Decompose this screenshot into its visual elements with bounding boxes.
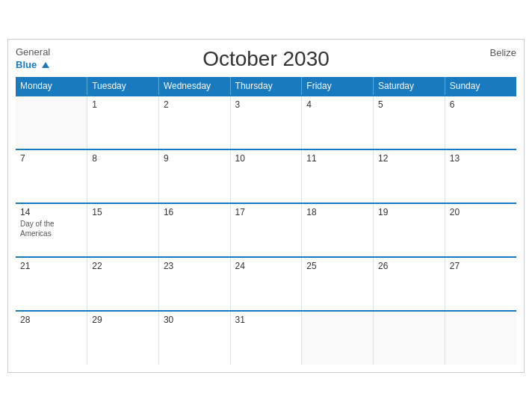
day-number: 11	[306, 153, 368, 164]
day-cell: 20	[445, 203, 516, 257]
calendar-header: General Blue October 2030 Belize	[16, 47, 516, 71]
day-cell: 2	[158, 96, 230, 149]
country-label: Belize	[490, 47, 516, 58]
day-cell	[374, 311, 445, 365]
col-tuesday: Tuesday	[87, 77, 159, 96]
day-number: 12	[378, 153, 440, 164]
day-number: 27	[450, 261, 512, 271]
day-cell: 23	[158, 257, 230, 311]
col-wednesday: Wednesday	[158, 77, 230, 96]
day-cell: 9	[158, 149, 230, 203]
day-cell: 8	[87, 149, 159, 203]
day-number: 5	[378, 99, 440, 110]
day-cell: 6	[445, 96, 516, 149]
day-cell: 11	[302, 149, 374, 203]
weekday-header-row: Monday Tuesday Wednesday Thursday Friday…	[16, 77, 516, 96]
day-cell: 30	[158, 311, 230, 365]
week-row-2: 78910111213	[16, 149, 516, 203]
day-cell: 17	[230, 203, 302, 257]
day-number: 24	[235, 261, 297, 271]
day-number: 16	[164, 207, 226, 217]
day-number: 18	[306, 207, 368, 217]
day-number: 26	[378, 261, 440, 271]
day-cell: 15	[87, 203, 159, 257]
day-cell: 5	[374, 96, 445, 149]
day-number: 2	[164, 99, 226, 110]
day-number: 20	[450, 207, 512, 217]
day-number: 22	[92, 261, 154, 271]
brand-blue-row: Blue	[16, 58, 49, 71]
brand-triangle-icon	[42, 62, 49, 68]
day-cell: 14Day of the Americas	[16, 203, 87, 257]
day-cell: 19	[374, 203, 445, 257]
day-cell: 7	[16, 149, 87, 203]
day-cell	[445, 311, 516, 365]
day-number: 14	[20, 207, 82, 217]
calendar-title: October 2030	[16, 47, 516, 71]
day-number: 10	[235, 153, 297, 164]
calendar-body: 1234567891011121314Day of the Americas15…	[16, 96, 516, 365]
day-number: 17	[235, 207, 297, 217]
day-number: 29	[92, 315, 154, 325]
day-number: 30	[164, 315, 226, 325]
brand-logo: General Blue	[16, 47, 50, 71]
day-number: 31	[235, 315, 297, 325]
day-cell: 26	[374, 257, 445, 311]
day-cell: 1	[87, 96, 159, 149]
calendar-table: Monday Tuesday Wednesday Thursday Friday…	[16, 77, 516, 365]
day-cell	[16, 96, 87, 149]
col-saturday: Saturday	[374, 77, 445, 96]
brand-general-text: General	[16, 47, 50, 58]
day-number: 3	[235, 99, 297, 110]
day-cell: 25	[302, 257, 374, 311]
day-cell: 24	[230, 257, 302, 311]
col-monday: Monday	[16, 77, 87, 96]
day-cell: 18	[302, 203, 374, 257]
week-row-4: 21222324252627	[16, 257, 516, 311]
day-number: 15	[92, 207, 154, 217]
calendar-container: General Blue October 2030 Belize Monday …	[7, 39, 525, 373]
calendar-thead: Monday Tuesday Wednesday Thursday Friday…	[16, 77, 516, 96]
day-number: 6	[450, 99, 512, 110]
day-cell: 3	[230, 96, 302, 149]
week-row-1: 123456	[16, 96, 516, 149]
day-cell: 4	[302, 96, 374, 149]
day-event: Day of the Americas	[20, 219, 82, 238]
brand-blue-text: Blue	[16, 59, 37, 70]
day-number: 25	[306, 261, 368, 271]
day-number: 7	[20, 153, 82, 164]
day-number: 4	[306, 99, 368, 110]
week-row-5: 28293031	[16, 311, 516, 365]
day-number: 13	[450, 153, 512, 164]
day-number: 8	[92, 153, 154, 164]
day-cell: 28	[16, 311, 87, 365]
day-cell: 21	[16, 257, 87, 311]
day-cell: 27	[445, 257, 516, 311]
col-sunday: Sunday	[445, 77, 516, 96]
day-number: 23	[164, 261, 226, 271]
day-cell: 29	[87, 311, 159, 365]
day-cell: 31	[230, 311, 302, 365]
day-number: 19	[378, 207, 440, 217]
day-number: 1	[92, 99, 154, 110]
day-cell: 10	[230, 149, 302, 203]
col-friday: Friday	[302, 77, 374, 96]
week-row-3: 14Day of the Americas151617181920	[16, 203, 516, 257]
day-number: 28	[20, 315, 82, 325]
col-thursday: Thursday	[230, 77, 302, 96]
day-number: 21	[20, 261, 82, 271]
day-cell: 13	[445, 149, 516, 203]
day-number: 9	[164, 153, 226, 164]
day-cell: 12	[374, 149, 445, 203]
day-cell: 22	[87, 257, 159, 311]
day-cell: 16	[158, 203, 230, 257]
day-cell	[302, 311, 374, 365]
